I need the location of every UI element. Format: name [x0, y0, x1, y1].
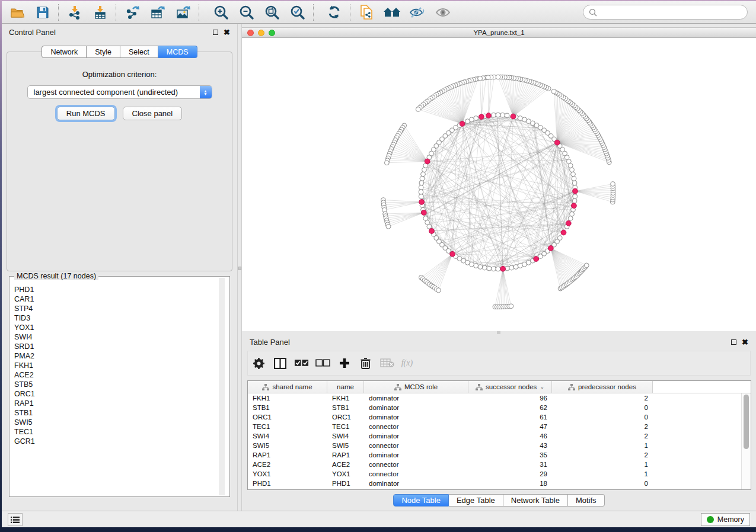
- memory-button[interactable]: Memory: [701, 513, 750, 526]
- zoom-fit-button[interactable]: [259, 4, 285, 21]
- mcds-result-item[interactable]: SRD1: [14, 342, 229, 351]
- trash-icon: [361, 357, 371, 369]
- mcds-result-item[interactable]: SWI4: [14, 332, 229, 342]
- cell-predecessor-nodes: 2: [552, 423, 653, 430]
- tab-edge-table[interactable]: Edge Table: [449, 494, 503, 507]
- show-all-button[interactable]: [430, 4, 455, 21]
- table-panel: Table Panel ✖: [242, 334, 756, 511]
- tab-select[interactable]: Select: [120, 46, 158, 58]
- show-column-button[interactable]: [273, 356, 288, 371]
- memory-status-icon: [707, 516, 714, 523]
- delete-column-button[interactable]: [358, 356, 373, 371]
- first-neighbors-button[interactable]: [379, 4, 404, 21]
- open-file-button[interactable]: [4, 4, 30, 21]
- export-network-button[interactable]: [119, 4, 145, 21]
- import-network-button[interactable]: [62, 4, 87, 21]
- table-row[interactable]: SWI4SWI4dominator462: [248, 431, 751, 441]
- tab-mcds[interactable]: MCDS: [158, 46, 197, 58]
- clone-network-button[interactable]: [353, 4, 379, 21]
- search-input[interactable]: [597, 8, 747, 17]
- tab-network-table[interactable]: Network Table: [503, 494, 568, 507]
- scrollbar-thumb[interactable]: [744, 395, 749, 449]
- table-row[interactable]: YOX1YOX1connector291: [248, 469, 751, 479]
- table-settings-button[interactable]: [251, 356, 266, 371]
- svg-text:f(x): f(x): [401, 358, 413, 368]
- mcds-result-item[interactable]: STB5: [14, 380, 229, 389]
- cell-predecessor-nodes: 1: [552, 442, 653, 449]
- float-panel-icon[interactable]: [731, 339, 736, 345]
- cell-name: ORC1: [327, 414, 364, 421]
- column-header-MCDS-role[interactable]: MCDS role: [364, 381, 468, 393]
- column-header-successor-nodes[interactable]: successor nodes⌄: [468, 381, 552, 393]
- mcds-result-item[interactable]: SWI5: [14, 418, 229, 427]
- refresh-button[interactable]: [321, 4, 347, 21]
- vertical-splitter[interactable]: [237, 24, 242, 511]
- column-header-name[interactable]: name: [327, 381, 364, 393]
- criterion-dropdown[interactable]: largest connected component (undirected)…: [27, 85, 212, 99]
- cell-successor-nodes: 47: [468, 423, 552, 430]
- mcds-result-item[interactable]: CAR1: [14, 294, 229, 304]
- select-all-columns-button[interactable]: [294, 356, 309, 371]
- mcds-result-item[interactable]: TEC1: [14, 427, 229, 437]
- hide-selected-button[interactable]: [404, 4, 430, 21]
- table-row[interactable]: STB1STB1dominator620: [248, 403, 751, 412]
- mcds-result-item[interactable]: ACE2: [14, 370, 229, 380]
- column-header-shared-name[interactable]: shared name: [248, 381, 327, 393]
- float-panel-icon[interactable]: [213, 30, 218, 35]
- cell-MCDS-role: dominator: [364, 404, 468, 411]
- mcds-result-item[interactable]: STB1: [14, 408, 229, 418]
- mcds-result-scrollbar[interactable]: [219, 278, 225, 495]
- tab-node-table[interactable]: Node Table: [393, 494, 449, 507]
- show-panels-button[interactable]: [8, 513, 23, 526]
- tab-motifs[interactable]: Motifs: [568, 494, 605, 507]
- cell-shared-name: ORC1: [248, 414, 327, 421]
- mcds-result-item[interactable]: YOX1: [14, 323, 229, 332]
- mcds-result-item[interactable]: STP4: [14, 304, 229, 313]
- mcds-result-item[interactable]: PMA2: [14, 351, 229, 361]
- zoom-out-button[interactable]: [234, 4, 259, 21]
- table-row[interactable]: ORC1ORC1dominator610: [248, 412, 751, 422]
- mcds-result-item[interactable]: FKH1: [14, 361, 229, 370]
- cell-MCDS-role: dominator: [364, 414, 468, 421]
- export-table-icon: [150, 5, 165, 20]
- table-row[interactable]: ACE2ACE2connector311: [248, 460, 751, 469]
- cell-name: PHD1: [327, 480, 364, 487]
- zoom-selected-button[interactable]: [285, 4, 310, 21]
- add-column-button[interactable]: [337, 356, 352, 371]
- table-scrollbar[interactable]: [741, 393, 751, 489]
- mcds-result-item[interactable]: ORC1: [14, 389, 229, 399]
- search-box[interactable]: [583, 5, 748, 20]
- table-row[interactable]: PHD1PHD1dominator180: [248, 479, 751, 488]
- tab-style[interactable]: Style: [87, 46, 120, 58]
- table-row[interactable]: RAP1RAP1dominator352: [248, 450, 751, 460]
- function-builder-button[interactable]: f(x): [401, 356, 416, 371]
- network-canvas[interactable]: [242, 38, 756, 331]
- zoom-in-button[interactable]: [208, 4, 234, 21]
- hierarchy-icon: [476, 384, 483, 390]
- run-mcds-button[interactable]: Run MCDS: [57, 107, 115, 120]
- import-table-button[interactable]: [87, 4, 113, 21]
- unselect-all-columns-button[interactable]: [315, 356, 330, 371]
- column-label: successor nodes: [486, 383, 537, 390]
- table-row[interactable]: SWI5SWI5connector431: [248, 441, 751, 450]
- close-panel-button[interactable]: Close panel: [123, 107, 183, 120]
- splitter-handle[interactable]: [238, 267, 241, 270]
- mcds-result-item[interactable]: RAP1: [14, 399, 229, 408]
- mcds-result-item[interactable]: TID3: [14, 313, 229, 323]
- mcds-result-item[interactable]: PHD1: [14, 285, 229, 294]
- mcds-result-item[interactable]: GCR1: [14, 437, 229, 446]
- save-session-button[interactable]: [30, 4, 55, 21]
- tab-network[interactable]: Network: [42, 46, 87, 58]
- close-panel-icon[interactable]: ✖: [742, 338, 748, 346]
- column-header-predecessor-nodes[interactable]: predecessor nodes: [552, 381, 653, 393]
- export-image-button[interactable]: [170, 4, 196, 21]
- main-toolbar: [2, 1, 756, 24]
- delete-table-button[interactable]: [379, 356, 394, 371]
- close-panel-icon[interactable]: ✖: [224, 28, 230, 36]
- cell-name: SWI4: [327, 432, 364, 440]
- network-window-titlebar[interactable]: YPA_prune.txt_1: [242, 27, 756, 38]
- export-table-button[interactable]: [145, 4, 170, 21]
- table-row[interactable]: TEC1TEC1connector472: [248, 422, 751, 431]
- cell-MCDS-role: dominator: [364, 480, 468, 487]
- table-row[interactable]: FKH1FKH1dominator962: [248, 393, 751, 403]
